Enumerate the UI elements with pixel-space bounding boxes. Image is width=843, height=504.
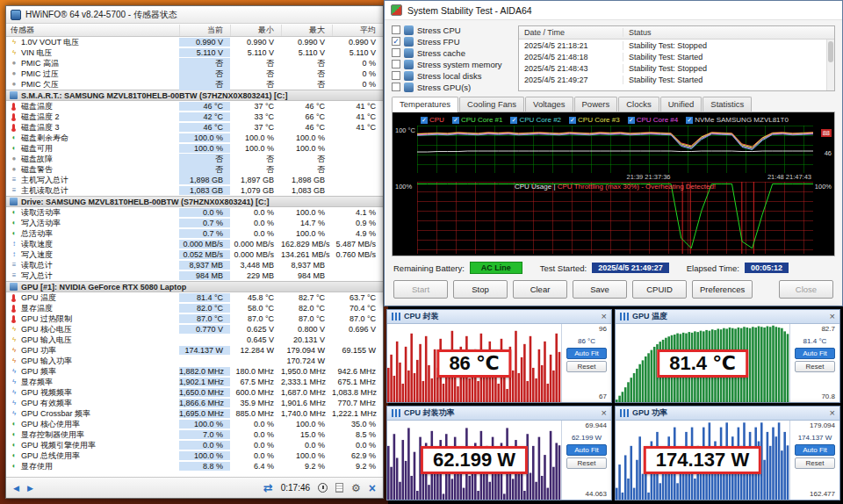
auto-fit-button[interactable]: Auto Fit (795, 348, 835, 359)
sensor-row[interactable]: ϟGPU Crossbar 频率1,695.0 MHz885.0 MHz1,74… (6, 408, 383, 419)
preferences-button[interactable]: Preferences (692, 280, 753, 299)
sensor-row[interactable]: ϟGPU 功率174.137 W12.284 W179.094 W69.155 … (6, 345, 383, 356)
legend-core1[interactable]: ✓CPU Core #1 (452, 116, 503, 124)
stress-gpu-checkbox[interactable] (392, 83, 400, 91)
legend-checkbox[interactable]: ✓ (569, 117, 576, 124)
close-icon[interactable]: × (602, 312, 607, 321)
tab-statistics[interactable]: Statistics (702, 97, 752, 112)
sensor-row[interactable]: GPU 温度81.4 °C45.8 °C82.7 °C63.7 °C (6, 292, 383, 303)
sensor-row[interactable]: ϟGPU 输入功率170.724 W (6, 356, 383, 366)
sensor-row[interactable]: ◐磁盘可用100.0 %100.0 %100.0 % (6, 143, 383, 154)
column-max[interactable]: 最大 (281, 25, 332, 36)
reset-button[interactable]: Reset (566, 361, 607, 372)
close-icon[interactable]: × (830, 312, 835, 321)
sensor-row[interactable]: 磁盘温度46 °C37 °C46 °C41 °C (6, 101, 383, 112)
legend-checkbox[interactable]: ✓ (628, 117, 635, 124)
sensor-row[interactable]: ●磁盘警告否否否 (6, 164, 383, 175)
clock-icon[interactable] (318, 483, 328, 493)
cpuid-button[interactable]: CPUID (632, 280, 687, 299)
sensor-section-header[interactable]: Drive: SAMSUNG MZVL81T0HELB-00BTW (S7HZN… (6, 196, 383, 207)
sensor-row[interactable]: ◐读取活动率0.0 %0.0 %100.0 %4.1 % (6, 207, 383, 218)
auto-fit-button[interactable]: Auto Fit (795, 444, 835, 456)
mini-titlebar[interactable]: GPU 功率 × (616, 407, 839, 421)
move-up-icon[interactable]: ◀ (13, 484, 19, 493)
close-sensors-icon[interactable]: × (369, 481, 376, 495)
clear-button[interactable]: Clear (513, 280, 567, 299)
move-down-icon[interactable]: ▶ (27, 484, 33, 493)
stress-disks-checkbox[interactable] (392, 71, 400, 80)
tab-unified[interactable]: Unified (660, 97, 702, 112)
sensor-row[interactable]: ◐GPU 总线使用率100.0 %0.0 %100.0 %62.9 % (6, 450, 383, 461)
stress-fpu-option[interactable]: ✓ Stress FPU (392, 37, 511, 46)
save-button[interactable]: Save (573, 280, 627, 299)
sensor-row[interactable]: ≡主机读取总计1,083 GB1,079 GB1,083 GB (6, 185, 383, 196)
auto-fit-button[interactable]: Auto Fit (566, 444, 607, 456)
stress-gpu-option[interactable]: Stress GPU(s) (392, 83, 511, 91)
log-column-datetime[interactable]: Date / Time (519, 28, 623, 37)
sensor-row[interactable]: ●PMIC 过压否否否0 % (6, 68, 383, 79)
log-row[interactable]: 2025/4/5 21:18:21 Stability Test: Stoppe… (519, 40, 834, 51)
mini-titlebar[interactable]: CPU 封装 × (387, 310, 611, 324)
aida-titlebar[interactable]: System Stability Test - AIDA64 (385, 1, 842, 20)
report-icon[interactable] (335, 483, 343, 493)
sensor-row[interactable]: ≡读取总计8,937 MB3,448 MB8,937 MB (6, 260, 383, 270)
legend-core2[interactable]: ✓CPU Core #2 (510, 116, 561, 124)
column-avg[interactable]: 平均 (332, 25, 383, 36)
sensor-row[interactable]: ●PMIC 高温否否否0 % (6, 58, 383, 68)
tab-clocks[interactable]: Clocks (618, 97, 659, 112)
tab-temperatures[interactable]: Temperatures (392, 97, 458, 112)
sensor-row[interactable]: 显存温度82.0 °C58.0 °C82.0 °C70.4 °C (6, 303, 383, 313)
swap-columns-icon[interactable]: ⇄ (263, 481, 273, 494)
sensor-row[interactable]: ϟGPU 有效频率1,866.6 MHz35.9 MHz1,901.6 MHz7… (6, 398, 383, 408)
close-button[interactable]: Close (779, 280, 833, 299)
sensor-row[interactable]: ϟGPU 视频频率1,650.0 MHz600.0 MHz1,687.0 MHz… (6, 387, 383, 398)
settings-gear-icon[interactable]: ⚙ (351, 482, 361, 494)
legend-core3[interactable]: ✓CPU Core #3 (569, 116, 620, 124)
stress-memory-option[interactable]: Stress system memory (392, 60, 511, 68)
sensor-row[interactable]: ϟGPU 频率1,882.0 MHz180.0 MHz1,950.0 MHz94… (6, 366, 383, 377)
stress-cache-checkbox[interactable] (392, 48, 400, 57)
sensor-row[interactable]: ◐显存使用8.8 %6.4 %9.2 %9.2 % (6, 461, 383, 472)
stress-fpu-checkbox[interactable]: ✓ (392, 37, 400, 46)
reset-button[interactable]: Reset (795, 457, 835, 469)
log-scrollbar[interactable] (826, 40, 834, 90)
sensor-row[interactable]: GPU 过热限制87.0 °C87.0 °C87.0 °C87.0 °C (6, 313, 383, 324)
log-row[interactable]: 2025/4/5 21:49:27 Stability Test: Starte… (519, 74, 834, 85)
legend-checkbox[interactable]: ✓ (421, 117, 428, 124)
tab-powers[interactable]: Powers (574, 97, 618, 112)
sensor-row[interactable]: ϟ1.0V VOUT 电压0.990 V0.990 V0.990 V0.990 … (6, 37, 383, 47)
sensor-row[interactable]: ◐磁盘剩余寿命100.0 %100.0 %100.0 % (6, 133, 383, 143)
stress-cpu-option[interactable]: Stress CPU (392, 25, 511, 34)
sensor-row[interactable]: ◐GPU 核心使用率100.0 %0.0 %100.0 %35.0 % (6, 419, 383, 429)
sensor-row[interactable]: ◐总活动率0.7 %0.0 %100.0 %4.9 % (6, 228, 383, 239)
sensor-row[interactable]: ϟGPU 核心电压0.770 V0.625 V0.800 V0.696 V (6, 324, 383, 335)
stress-cache-option[interactable]: Stress cache (392, 48, 511, 57)
log-row[interactable]: 2025/4/5 21:48:18 Stability Test: Starte… (519, 51, 834, 62)
sensor-row[interactable]: ↕写入速度0.052 MB/s0.000 MB/s134.261 MB/s0.7… (6, 249, 383, 260)
start-button[interactable]: Start (393, 280, 448, 299)
sensor-section-header[interactable]: S.M.A.R.T.: SAMSUNG MZVL81T0HELB-00BTW (… (6, 90, 383, 101)
legend-checkbox[interactable]: ✓ (686, 117, 693, 124)
close-icon[interactable]: × (602, 408, 607, 418)
auto-fit-button[interactable]: Auto Fit (566, 348, 607, 359)
log-column-status[interactable]: Status (623, 28, 834, 37)
sensor-row[interactable]: ϟ显存频率1,902.1 MHz67.5 MHz2,333.1 MHz675.1… (6, 377, 383, 387)
stress-memory-checkbox[interactable] (392, 60, 400, 68)
sensor-row[interactable]: ◐GPU 视频引擎使用率0.0 %0.0 %0.0 %0.0 % (6, 440, 383, 450)
legend-checkbox[interactable]: ✓ (510, 117, 517, 124)
reset-button[interactable]: Reset (566, 457, 607, 469)
column-current[interactable]: 当前 (179, 25, 230, 36)
legend-core4[interactable]: ✓CPU Core #4 (628, 116, 679, 124)
sensor-row[interactable]: ≡主机写入总计1,898 GB1,897 GB1,898 GB (6, 175, 383, 185)
legend-checkbox[interactable]: ✓ (452, 117, 459, 124)
stress-cpu-checkbox[interactable] (392, 25, 400, 34)
column-min[interactable]: 最小 (230, 25, 281, 36)
reset-button[interactable]: Reset (795, 361, 835, 372)
sensor-row[interactable]: 磁盘温度 242 °C33 °C66 °C41 °C (6, 112, 383, 122)
legend-nvme[interactable]: ✓NVMe SAMSUNG MZVL81T0 (686, 116, 789, 124)
sensor-row[interactable]: ◐写入活动率0.7 %0.0 %14.7 %0.9 % (6, 218, 383, 228)
sensor-row[interactable]: ≡写入总计984 MB229 MB984 MB (6, 270, 383, 281)
log-scrollbar-thumb[interactable] (828, 41, 833, 62)
hwinfo-titlebar[interactable]: HWiNFO® 64 v8.24-5700 - 传感器状态 (6, 6, 383, 24)
mini-titlebar[interactable]: CPU 封装功率 × (387, 407, 611, 421)
